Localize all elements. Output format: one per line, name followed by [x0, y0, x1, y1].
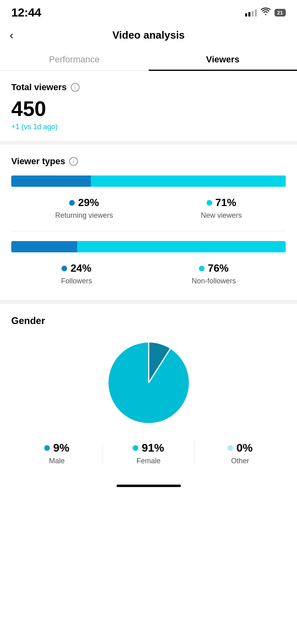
total-viewers-count: 450	[11, 97, 286, 120]
gender-title: Gender	[11, 315, 286, 326]
total-viewers-label: Total viewers i	[11, 82, 286, 93]
returning-dot	[69, 200, 75, 206]
returning-bar-segment	[11, 175, 91, 187]
returning-legend-item: 29% Returning viewers	[55, 196, 113, 220]
followers-pct: 24%	[70, 262, 91, 275]
back-button[interactable]: ‹	[10, 30, 13, 41]
other-dot	[227, 445, 233, 451]
new-label: New viewers	[201, 211, 242, 220]
other-label: Other	[231, 457, 249, 465]
female-label: Female	[136, 457, 160, 465]
page-header: ‹ Video analysis	[0, 23, 297, 48]
followers-bar-segment	[11, 241, 77, 252]
new-bar-segment	[91, 175, 286, 187]
male-dot	[44, 445, 50, 451]
page-title: Video analysis	[112, 29, 184, 41]
followers-label: Followers	[61, 277, 92, 285]
viewer-types-section: Viewer types i 29% Returning viewers 71%…	[0, 145, 297, 300]
wifi-icon	[261, 8, 270, 17]
female-dot	[133, 445, 138, 451]
home-indicator	[0, 478, 297, 491]
gender-section: Gender 9%	[0, 304, 297, 478]
gender-pie-container	[11, 339, 286, 427]
returning-label: Returning viewers	[55, 211, 113, 220]
other-pct: 0%	[236, 442, 252, 454]
total-viewers-comparison: +1 (vs 1d ago)	[11, 123, 286, 131]
returning-pct: 29%	[78, 196, 99, 209]
total-viewers-section: Total viewers i 450 +1 (vs 1d ago)	[0, 71, 297, 141]
female-legend-item: 91% Female	[103, 442, 195, 465]
followers-dot	[61, 266, 67, 271]
tab-performance[interactable]: Performance	[0, 48, 149, 70]
male-legend-item: 9% Male	[11, 442, 103, 465]
nonfollowers-bar-segment	[77, 241, 286, 252]
followers-legend: 24% Followers 76% Non-followers	[11, 262, 286, 285]
male-pct: 9%	[53, 442, 69, 454]
viewer-types-info-icon[interactable]: i	[69, 157, 78, 166]
viewer-types-title: Viewer types i	[11, 156, 286, 167]
section-divider-2	[0, 300, 297, 304]
nonfollowers-legend-item: 76% Non-followers	[192, 262, 236, 285]
signal-icon	[245, 8, 257, 17]
new-pct: 71%	[215, 196, 236, 209]
nonfollowers-pct: 76%	[208, 262, 229, 275]
status-icons: 21	[245, 8, 286, 17]
subsection-divider	[11, 231, 286, 231]
returning-new-bar	[11, 175, 286, 187]
tabs-container: Performance Viewers	[0, 48, 297, 71]
gender-legend: 9% Male 91% Female 0% Other	[11, 442, 286, 465]
section-divider-1	[0, 141, 297, 145]
home-bar	[117, 485, 181, 487]
other-legend-item: 0% Other	[195, 442, 286, 465]
nonfollowers-label: Non-followers	[192, 277, 236, 285]
tab-viewers[interactable]: Viewers	[149, 48, 297, 70]
nonfollowers-dot	[199, 266, 205, 271]
status-bar: 12:44 21	[0, 0, 297, 23]
status-time: 12:44	[11, 6, 41, 19]
battery-icon: 21	[274, 9, 286, 17]
female-pct: 91%	[141, 442, 164, 454]
gender-pie-chart	[104, 339, 193, 427]
new-dot	[207, 200, 212, 206]
total-viewers-info-icon[interactable]: i	[71, 83, 80, 92]
followers-bar	[11, 241, 286, 252]
returning-new-legend: 29% Returning viewers 71% New viewers	[11, 196, 286, 220]
male-label: Male	[49, 457, 65, 465]
followers-legend-item: 24% Followers	[61, 262, 92, 285]
new-legend-item: 71% New viewers	[201, 196, 242, 220]
